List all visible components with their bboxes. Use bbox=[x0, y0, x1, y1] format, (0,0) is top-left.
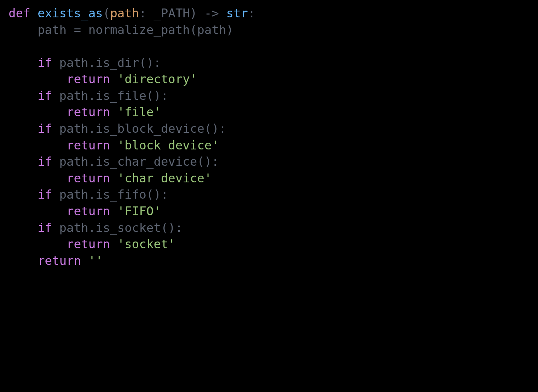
keyword-def: def bbox=[9, 6, 30, 20]
cond: path.is_fifo(): bbox=[52, 187, 168, 201]
keyword-return: return bbox=[67, 204, 110, 218]
keyword-return: return bbox=[38, 254, 81, 268]
keyword-if: if bbox=[38, 121, 52, 136]
paren-open: ( bbox=[103, 6, 110, 20]
return-type: str bbox=[226, 6, 248, 20]
cond: path.is_socket(): bbox=[52, 221, 183, 235]
arrow: -> bbox=[197, 6, 226, 20]
string-literal: 'block device' bbox=[117, 138, 219, 152]
colon: : bbox=[139, 6, 154, 20]
paren-close: ) bbox=[190, 6, 197, 20]
cond: path.is_block_device(): bbox=[52, 121, 226, 136]
keyword-return: return bbox=[67, 105, 110, 119]
function-name: exists_as bbox=[38, 6, 103, 20]
keyword-return: return bbox=[67, 171, 110, 185]
keyword-if: if bbox=[38, 56, 52, 70]
cond: path.is_dir(): bbox=[52, 56, 161, 70]
keyword-return: return bbox=[67, 72, 110, 86]
string-literal: '' bbox=[88, 254, 103, 268]
string-literal: 'file' bbox=[117, 105, 161, 119]
keyword-return: return bbox=[67, 237, 110, 251]
cond: path.is_file(): bbox=[52, 89, 168, 103]
code-block: def exists_as(path: _PATH) -> str: path … bbox=[0, 0, 538, 269]
string-literal: 'FIFO' bbox=[117, 204, 161, 218]
string-literal: 'char device' bbox=[117, 171, 212, 185]
cond: path.is_char_device(): bbox=[52, 154, 219, 169]
keyword-if: if bbox=[38, 89, 52, 103]
assign-line: path = normalize_path(path) bbox=[38, 23, 234, 37]
param-name: path bbox=[110, 6, 139, 20]
keyword-if: if bbox=[38, 187, 52, 201]
colon-end: : bbox=[248, 6, 255, 20]
string-literal: 'socket' bbox=[117, 237, 175, 251]
keyword-return: return bbox=[67, 138, 110, 152]
keyword-if: if bbox=[38, 154, 52, 169]
string-literal: 'directory' bbox=[117, 72, 197, 86]
keyword-if: if bbox=[38, 221, 52, 235]
param-type: _PATH bbox=[153, 6, 190, 20]
